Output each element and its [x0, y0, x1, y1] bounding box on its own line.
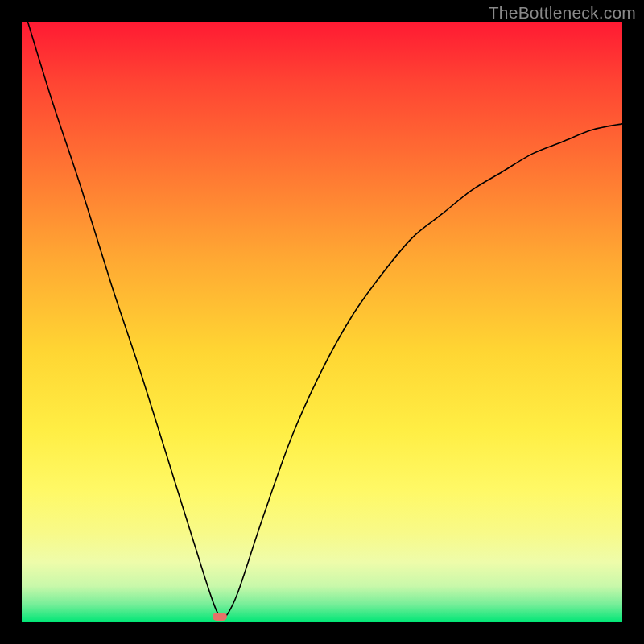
bottleneck-curve — [22, 22, 622, 622]
curve-minimum-marker — [213, 613, 227, 621]
plot-area — [22, 22, 622, 622]
watermark-text: TheBottleneck.com — [489, 3, 636, 23]
